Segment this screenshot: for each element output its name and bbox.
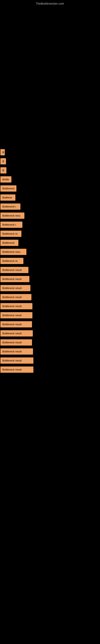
result-row-14: Bottleneck result [0,267,100,274]
result-row-19: Bottleneck result [0,312,100,320]
bottleneck-result-badge[interactable]: Bottleneck result [0,303,32,309]
result-row-8: Bottleneck resu [0,212,100,220]
bottleneck-result-badge[interactable]: Bottleneck result [0,348,33,354]
result-row-25: Bottleneck result [0,366,100,374]
bottleneck-result-badge[interactable]: B [0,167,6,174]
bottleneck-result-badge[interactable]: Bottleneck result [0,312,32,318]
bottleneck-result-badge[interactable]: Bottleneck re [0,231,21,237]
result-row-22: Bottleneck result [0,339,100,347]
bottleneck-result-badge[interactable]: Bottleneck [0,240,18,246]
bottleneck-result-badge[interactable]: Bottleneck r [0,222,22,228]
bottleneck-result-badge[interactable]: Bottle [0,176,11,182]
bottleneck-result-badge[interactable]: Bottleneck result [0,267,28,273]
result-row-15: Bottleneck result [0,276,100,283]
bottleneck-result-badge[interactable]: Bottleneck result [0,285,30,291]
result-row-12: Bottleneck resu [0,249,100,256]
result-row-11: Bottleneck [0,240,100,247]
bottleneck-result-badge[interactable]: Bottleneck result [0,358,33,364]
bottleneck-result-badge[interactable]: Bottleneck resu [0,212,24,219]
result-row-4: Bottle [0,176,100,184]
result-row-17: Bottleneck result [0,294,100,302]
result-row-5: Bottleneck [0,185,100,193]
main-chart-area [0,6,100,147]
bottleneck-result-badge[interactable]: Bottleneck re [0,258,23,264]
bottleneck-result-badge[interactable]: Bottleneck result [0,330,33,336]
result-row-20: Bottleneck result [0,321,100,329]
result-row-18: Bottleneck result [0,303,100,310]
bottleneck-result-badge[interactable]: Bottleneck resu [0,249,26,255]
result-row-13: Bottleneck re [0,258,100,265]
result-row-2: B [0,158,100,166]
bottleneck-result-badge[interactable]: Bottleneck result [0,276,29,282]
result-row-3: B [0,167,100,175]
bottleneck-result-badge[interactable]: Bottleneck result [0,366,33,373]
bottleneck-result-badge[interactable]: B [0,158,6,164]
result-row-24: Bottleneck result [0,358,100,365]
result-row-9: Bottleneck r [0,222,100,229]
bottleneck-result-badge[interactable]: Bottleneck result [0,321,32,328]
results-list: BBBBottleBottleneckBottleneBottleneck rB… [0,147,100,378]
bottleneck-result-badge[interactable]: Bottleneck r [0,204,20,210]
bottleneck-result-badge[interactable]: B [0,149,5,155]
site-title: TheBottlenecker.com [0,0,100,6]
result-row-1: B [0,149,100,156]
bottleneck-result-badge[interactable]: Bottleneck result [0,339,32,346]
bottleneck-result-badge[interactable]: Bottlene [0,194,15,201]
result-row-10: Bottleneck re [0,231,100,238]
result-row-21: Bottleneck result [0,330,100,338]
result-row-16: Bottleneck result [0,285,100,292]
result-row-23: Bottleneck result [0,348,100,356]
result-row-6: Bottlene [0,194,100,202]
bottleneck-result-badge[interactable]: Bottleneck [0,185,16,192]
result-row-7: Bottleneck r [0,204,100,211]
bottleneck-result-badge[interactable]: Bottleneck result [0,294,31,300]
